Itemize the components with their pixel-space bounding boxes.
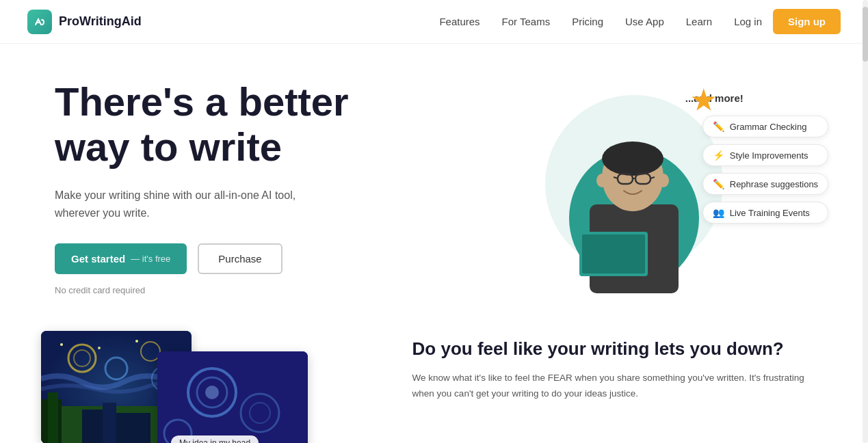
hero-subtitle: Make your writing shine with our all-in-… [55,187,315,222]
scrollbar[interactable] [863,0,868,443]
logo-icon [27,10,52,34]
svg-point-19 [60,343,63,346]
nav-pricing[interactable]: Pricing [572,16,603,27]
svg-rect-29 [157,351,308,443]
section2-body: We know what it's like to feel the FEAR … [412,371,827,402]
pill-grammar: ✏️ Grammar Checking [702,116,828,137]
people-icon: 👥 [713,207,724,218]
hero-person-svg [552,95,716,293]
artwork-container: My idea in my head [41,331,371,443]
pencil2-icon: ✏️ [713,178,724,189]
scrollbar-thumb[interactable] [863,7,868,62]
person-container: ...and more! [525,81,744,293]
hero-buttons: Get started — it's free Purchase [55,243,414,274]
pill-style: ⚡ Style Improvements [702,144,828,166]
section-bottom: My idea in my head Do you feel like your… [0,317,868,443]
nav-actions: Log in Sign up [734,9,841,34]
svg-rect-28 [116,413,150,443]
pencil-icon: ✏️ [713,121,724,132]
svg-rect-27 [103,403,116,443]
artwork-card-2: My idea in my head [157,351,308,443]
svg-point-32 [205,386,219,399]
signup-button[interactable]: Sign up [773,9,841,34]
hero-title: There's a better way to write [55,79,414,170]
idea-bubble: My idea in my head [171,435,259,443]
svg-point-21 [135,340,138,343]
navbar: ProWritingAid Features For Teams Pricing… [0,0,868,44]
pill-rephrase: ✏️ Rephrase suggestions [702,173,828,195]
section2-title: Do you feel like your writing lets you d… [412,338,827,361]
swirly-svg [157,351,308,443]
hero-content: There's a better way to write Make your … [55,79,441,296]
nav-links: Features For Teams Pricing Use App Learn [439,16,712,28]
no-credit-text: No credit card required [55,285,414,295]
pill-training: 👥 Live Training Events [702,202,828,224]
svg-point-11 [596,174,607,187]
svg-point-20 [98,347,101,349]
nav-features[interactable]: Features [439,16,479,27]
login-button[interactable]: Log in [734,16,762,27]
svg-point-12 [658,174,669,187]
purchase-button[interactable]: Purchase [198,243,282,274]
nav-use-app[interactable]: Use App [625,16,664,27]
svg-rect-3 [582,234,645,273]
hero-image: ...and more! [441,71,828,304]
logo-text: ProWritingAid [59,14,142,29]
svg-rect-25 [48,392,58,443]
get-started-button[interactable]: Get started — it's free [55,243,187,274]
nav-for-teams[interactable]: For Teams [502,16,551,27]
section-text: Do you feel like your writing lets you d… [412,331,827,402]
logo-link[interactable]: ProWritingAid [27,10,142,34]
nav-learn[interactable]: Learn [686,16,712,27]
lightning-icon: ⚡ [713,150,724,161]
svg-point-5 [602,142,663,176]
hero-section: There's a better way to write Make your … [0,44,868,317]
feature-pills: ✏️ Grammar Checking ⚡ Style Improvements… [702,116,828,224]
